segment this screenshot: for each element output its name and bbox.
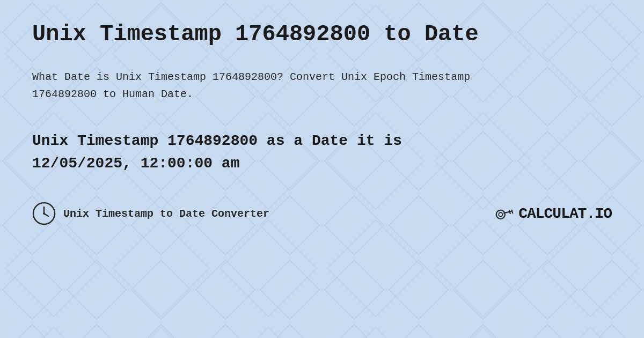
result-text: Unix Timestamp 1764892800 as a Date it i… (32, 130, 612, 175)
footer: Unix Timestamp to Date Converter CALCULA… (32, 202, 612, 225)
logo-area[interactable]: CALCULAT.IO (495, 204, 612, 223)
svg-line-13 (512, 210, 513, 213)
footer-link-text[interactable]: Unix Timestamp to Date Converter (63, 208, 269, 220)
svg-point-8 (43, 212, 45, 215)
page-title: Unix Timestamp 1764892800 to Date (32, 21, 612, 47)
result-line2: 12/05/2025, 12:00:00 am (32, 155, 239, 172)
clock-icon (32, 202, 56, 225)
footer-left[interactable]: Unix Timestamp to Date Converter (32, 202, 269, 225)
svg-point-10 (499, 212, 502, 216)
result-line1: Unix Timestamp 1764892800 as a Date it i… (32, 133, 402, 149)
logo-icon (495, 204, 514, 223)
logo-text: CALCULAT.IO (518, 205, 612, 222)
result-section: Unix Timestamp 1764892800 as a Date it i… (32, 130, 612, 175)
description-text: What Date is Unix Timestamp 1764892800? … (32, 69, 515, 103)
svg-point-9 (496, 210, 505, 219)
